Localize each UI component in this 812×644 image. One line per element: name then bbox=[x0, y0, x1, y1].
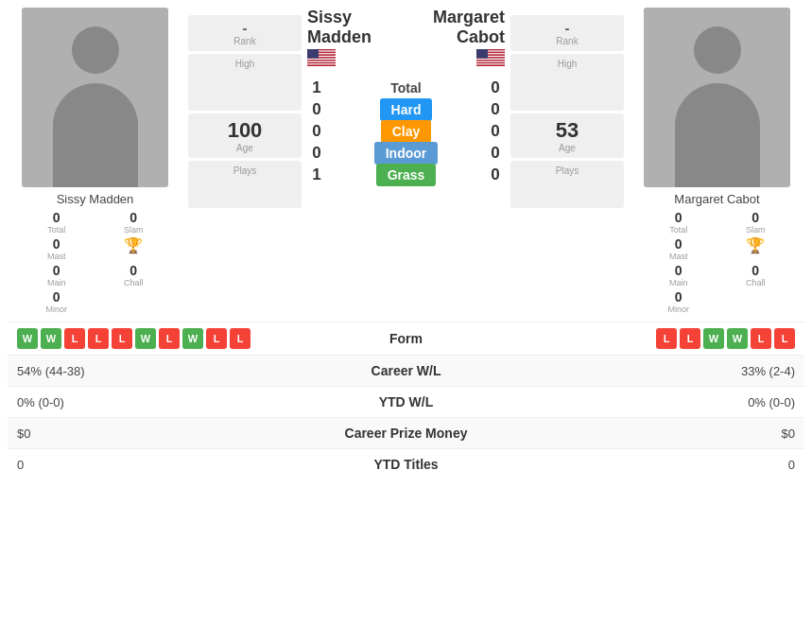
left-rank-box: - Rank bbox=[188, 15, 302, 51]
stat-data-right-value: 33% (2-4) bbox=[482, 364, 796, 378]
form-badge-right: L bbox=[774, 328, 795, 349]
right-high-box: High bbox=[510, 54, 624, 111]
left-slam-value: 0 bbox=[130, 210, 137, 225]
form-badge-left: L bbox=[88, 328, 109, 349]
right-total-label: Total bbox=[669, 225, 687, 235]
left-mast-value: 0 bbox=[53, 236, 60, 252]
indoor-row: 0 Indoor 0 bbox=[307, 144, 505, 163]
left-age-box: 100 Age bbox=[188, 113, 302, 158]
form-right: LLWWLL bbox=[454, 328, 796, 349]
form-badge-right: L bbox=[680, 328, 700, 349]
stat-data-row: 54% (44-38)Career W/L33% (2-4) bbox=[8, 355, 804, 386]
svg-rect-21 bbox=[476, 59, 505, 60]
svg-rect-23 bbox=[476, 61, 505, 61]
right-rank-value: - bbox=[518, 20, 616, 36]
stat-data-left-value: 0 bbox=[17, 458, 331, 472]
left-chall-stat: 0 Chall bbox=[99, 263, 169, 287]
hard-score-left: 0 bbox=[307, 100, 326, 119]
right-player-name: Margaret Cabot bbox=[674, 192, 759, 206]
right-player-avatar bbox=[644, 8, 790, 187]
right-trophy-area: 🏆 bbox=[721, 236, 791, 261]
total-score-right: 0 bbox=[486, 78, 505, 97]
left-rank-label: Rank bbox=[196, 36, 294, 46]
right-minor-label: Minor bbox=[667, 305, 689, 314]
clay-row: 0 Clay 0 bbox=[307, 122, 505, 141]
grass-label-center: Grass bbox=[334, 166, 478, 183]
left-age-value: 100 bbox=[196, 118, 294, 143]
right-age-label: Age bbox=[518, 143, 616, 153]
left-trophy-icon: 🏆 bbox=[124, 236, 143, 254]
form-badge-right: W bbox=[727, 328, 748, 349]
right-main-stat: 0 Main bbox=[644, 263, 714, 287]
right-minor-stat: 0 Minor bbox=[644, 289, 714, 314]
right-rank-label: Rank bbox=[518, 36, 616, 46]
hard-row: 0 Hard 0 bbox=[307, 100, 505, 119]
right-minor-value: 0 bbox=[675, 289, 682, 305]
total-score-left: 1 bbox=[307, 78, 326, 97]
bottom-section: WWLLLWLWLL Form LLWWLL 54% (44-38)Career… bbox=[8, 322, 804, 479]
right-total-stat: 0 Total bbox=[644, 210, 714, 235]
center-match-column: Sissy Madden bbox=[307, 8, 505, 184]
svg-rect-8 bbox=[307, 60, 336, 61]
right-high-label: High bbox=[518, 59, 616, 69]
svg-rect-24 bbox=[476, 62, 505, 63]
stat-data-right-value: $0 bbox=[482, 426, 796, 441]
left-mast-stat: 0 Mast bbox=[22, 236, 92, 261]
form-left: WWLLLWLWLL bbox=[17, 328, 359, 349]
svg-rect-7 bbox=[307, 59, 336, 60]
stat-data-row: 0% (0-0)YTD W/L0% (0-0) bbox=[8, 386, 804, 417]
left-high-box: High bbox=[188, 54, 302, 111]
left-mast-label: Mast bbox=[47, 252, 66, 261]
right-player-mini-stats: 0 Total 0 Slam 0 Mast 🏆 0 bbox=[644, 210, 790, 314]
svg-rect-25 bbox=[476, 63, 505, 64]
left-player-section: Sissy Madden 0 Total 0 Slam 0 Mast bbox=[8, 8, 182, 314]
form-badge-left: W bbox=[135, 328, 156, 349]
right-mast-label: Mast bbox=[669, 252, 688, 261]
left-slam-label: Slam bbox=[124, 225, 144, 235]
right-total-value: 0 bbox=[675, 210, 682, 225]
player-names-row: Sissy Madden bbox=[307, 8, 505, 70]
left-rank-value: - bbox=[196, 20, 294, 36]
form-badge-left: L bbox=[230, 328, 251, 349]
form-badge-left: W bbox=[182, 328, 203, 349]
left-name-main: Sissy Madden bbox=[307, 8, 402, 70]
indoor-label-center: Indoor bbox=[334, 145, 478, 162]
right-age-value: 53 bbox=[518, 118, 616, 143]
total-row: 1 Total 0 bbox=[307, 78, 505, 97]
right-slam-value: 0 bbox=[752, 210, 759, 225]
right-chall-stat: 0 Chall bbox=[721, 263, 791, 287]
form-badge-left: L bbox=[64, 328, 85, 349]
right-name-main: Margaret Cabot bbox=[402, 8, 505, 70]
right-mast-stat: 0 Mast bbox=[644, 236, 714, 261]
right-player-section: Margaret Cabot 0 Total 0 Slam 0 Mast bbox=[630, 8, 804, 314]
stat-rows-container: 54% (44-38)Career W/L33% (2-4)0% (0-0)YT… bbox=[8, 355, 804, 479]
indoor-score-left: 0 bbox=[307, 144, 326, 163]
right-plays-box: Plays bbox=[510, 161, 624, 208]
right-main-value: 0 bbox=[675, 263, 682, 278]
wrapper: Sissy Madden 0 Total 0 Slam 0 Mast bbox=[0, 0, 812, 487]
svg-rect-9 bbox=[307, 61, 336, 61]
stat-data-row: $0Career Prize Money$0 bbox=[8, 417, 804, 448]
grass-score-left: 1 bbox=[307, 165, 326, 184]
left-minor-label: Minor bbox=[45, 305, 67, 314]
stat-data-center-label: YTD W/L bbox=[331, 394, 482, 409]
stat-data-right-value: 0% (0-0) bbox=[482, 395, 796, 409]
right-player-name-main: Margaret Cabot bbox=[402, 8, 505, 47]
right-plays-label: Plays bbox=[518, 165, 616, 176]
left-player-name: Sissy Madden bbox=[57, 192, 134, 206]
right-main-label: Main bbox=[669, 278, 688, 287]
clay-score-left: 0 bbox=[307, 122, 326, 141]
left-total-label: Total bbox=[47, 225, 65, 235]
svg-rect-11 bbox=[307, 63, 336, 64]
indoor-score-right: 0 bbox=[486, 144, 505, 163]
form-center-label: Form bbox=[359, 331, 454, 346]
left-player-mini-stats: 0 Total 0 Slam 0 Mast 🏆 0 bbox=[22, 210, 168, 314]
form-badge-left: W bbox=[17, 328, 38, 349]
right-mast-value: 0 bbox=[675, 236, 682, 252]
total-label-text: Total bbox=[390, 80, 421, 96]
total-label-center: Total bbox=[334, 79, 478, 96]
indoor-badge: Indoor bbox=[374, 142, 439, 165]
right-flag bbox=[402, 49, 505, 66]
top-comparison-row: Sissy Madden 0 Total 0 Slam 0 Mast bbox=[8, 8, 804, 314]
left-high-label: High bbox=[196, 59, 294, 69]
